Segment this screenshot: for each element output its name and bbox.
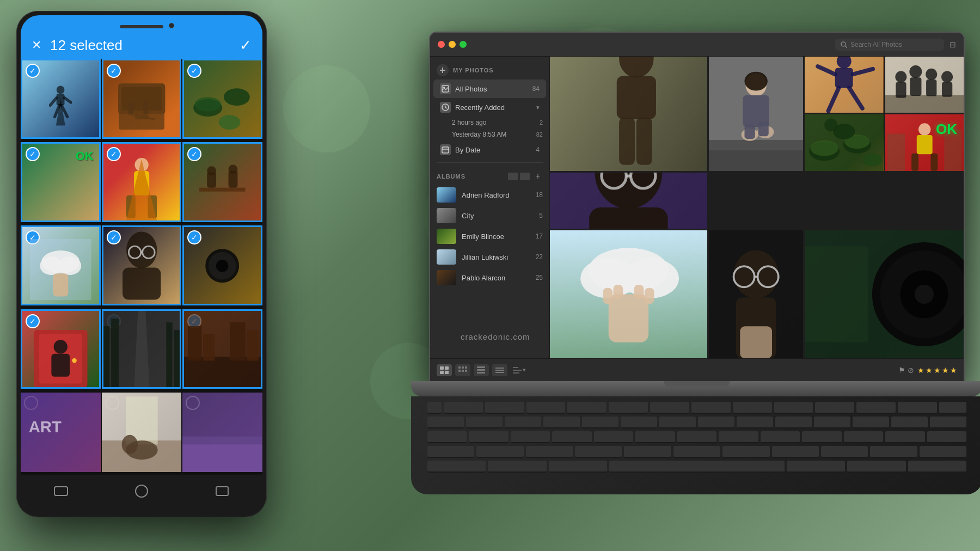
main-photo-2[interactable] bbox=[709, 57, 803, 171]
album-item-pablo[interactable]: Pablo Alarcon 25 bbox=[430, 267, 549, 288]
view-large-grid-button[interactable] bbox=[437, 364, 452, 376]
sort-button[interactable]: ▾ bbox=[513, 366, 526, 374]
phone-photo-13[interactable]: ART bbox=[21, 393, 101, 473]
recently-added-icon bbox=[440, 102, 451, 113]
main-photo-1[interactable] bbox=[550, 57, 707, 171]
by-date-icon bbox=[440, 144, 451, 155]
star-3[interactable]: ★ bbox=[934, 366, 941, 375]
search-bar[interactable] bbox=[835, 39, 944, 51]
search-input[interactable] bbox=[850, 41, 927, 48]
sidebar-item-all-photos[interactable]: All Photos 84 bbox=[433, 79, 546, 98]
svg-rect-7 bbox=[57, 94, 65, 106]
albums-grid-view-button[interactable] bbox=[520, 173, 530, 180]
album-item-jillian[interactable]: Jillian Lukiwski 22 bbox=[430, 247, 549, 267]
key bbox=[802, 431, 841, 443]
main-photo-10[interactable] bbox=[805, 230, 964, 358]
svg-rect-55 bbox=[111, 319, 119, 388]
star-2[interactable]: ★ bbox=[926, 366, 933, 375]
svg-line-79 bbox=[845, 46, 847, 48]
view-medium-grid-button[interactable] bbox=[455, 364, 470, 376]
main-photo-6[interactable]: OK bbox=[885, 114, 964, 170]
phone-photo-4[interactable]: ✓ OK bbox=[21, 142, 101, 222]
sidebar-sub-item-2hours[interactable]: 2 hours ago 2 bbox=[430, 117, 549, 128]
phone-device: ✕ 12 selected ✓ ✓ bbox=[16, 11, 278, 534]
key bbox=[870, 446, 917, 458]
phone-back-button[interactable] bbox=[50, 483, 72, 499]
maximize-button[interactable] bbox=[460, 41, 467, 48]
key-space bbox=[609, 461, 785, 473]
circle-object bbox=[203, 243, 241, 289]
key-enter-top bbox=[930, 417, 966, 428]
main-photo-4[interactable] bbox=[885, 57, 964, 113]
add-photos-button[interactable] bbox=[437, 64, 449, 76]
main-photo-7[interactable] bbox=[550, 173, 707, 229]
view-list-button[interactable] bbox=[492, 364, 507, 376]
filter-icon[interactable]: ⊟ bbox=[950, 40, 956, 49]
svg-point-22 bbox=[224, 88, 250, 106]
view-small-grid-button[interactable] bbox=[474, 364, 489, 376]
phone-close-icon[interactable]: ✕ bbox=[32, 38, 41, 52]
sidebar-item-by-date[interactable]: By Date 4 bbox=[433, 140, 546, 159]
phone-photo-8[interactable]: ✓ bbox=[102, 225, 182, 305]
phone-recents-button[interactable] bbox=[211, 483, 233, 499]
close-button[interactable] bbox=[438, 41, 445, 48]
svg-rect-111 bbox=[835, 68, 853, 88]
svg-rect-27 bbox=[126, 195, 136, 218]
phone-photo-3[interactable]: ✓ bbox=[182, 59, 262, 139]
sidebar-sub-item-yesterday[interactable]: Yesterday 8:53 AM 82 bbox=[430, 128, 549, 140]
star-4[interactable]: ★ bbox=[942, 366, 949, 375]
phone-photo-14[interactable] bbox=[102, 393, 182, 473]
phone-photo-11[interactable]: ✓ bbox=[102, 309, 182, 389]
minimize-button[interactable] bbox=[449, 41, 456, 48]
home-icon bbox=[134, 484, 149, 498]
add-album-button[interactable]: + bbox=[533, 172, 543, 181]
photo-9-check: ✓ bbox=[187, 230, 201, 244]
hand-cloud bbox=[30, 239, 91, 301]
phone-confirm-icon[interactable]: ✓ bbox=[240, 37, 252, 54]
svg-rect-75 bbox=[54, 487, 68, 495]
phone-photo-5[interactable]: ✓ bbox=[102, 142, 182, 222]
albums-list-view-button[interactable] bbox=[508, 173, 518, 180]
key-ctrl bbox=[427, 461, 486, 473]
phone-photo-7[interactable]: ✓ bbox=[21, 225, 101, 305]
field-silhouette bbox=[182, 393, 262, 473]
album-thumb-jillian bbox=[437, 249, 456, 265]
phone-photo-9[interactable]: ✓ bbox=[182, 225, 262, 305]
svg-rect-155 bbox=[645, 288, 654, 304]
flag-icon-2[interactable]: ⊘ bbox=[908, 366, 914, 375]
svg-point-23 bbox=[219, 115, 241, 130]
album-item-adrien[interactable]: Adrien Radford 18 bbox=[430, 185, 549, 205]
man-sitting-silhouette bbox=[550, 57, 707, 171]
star-5[interactable]: ★ bbox=[950, 366, 957, 375]
album-emily-name: Emily Blincoe bbox=[462, 232, 530, 241]
svg-line-8 bbox=[50, 98, 57, 106]
key-tab bbox=[427, 417, 464, 428]
sidebar-item-recently-added[interactable]: Recently Added ▾ bbox=[433, 98, 546, 117]
svg-rect-168 bbox=[805, 246, 868, 342]
main-photo-9[interactable] bbox=[709, 230, 803, 358]
calendar-icon bbox=[442, 146, 449, 154]
main-photo-3[interactable] bbox=[805, 57, 883, 113]
phone-photo-1[interactable]: ✓ bbox=[21, 59, 101, 139]
phone-photo-10[interactable]: ✓ bbox=[21, 309, 101, 389]
svg-line-9 bbox=[65, 98, 71, 102]
circular-dark-object bbox=[805, 230, 964, 358]
album-item-city[interactable]: City 5 bbox=[430, 205, 549, 226]
traffic-lights bbox=[438, 41, 467, 48]
phone-photo-15[interactable] bbox=[182, 393, 262, 473]
svg-point-76 bbox=[136, 485, 148, 497]
main-photo-8[interactable] bbox=[550, 230, 707, 358]
svg-point-50 bbox=[54, 340, 68, 353]
phone-photo-6[interactable]: ✓ bbox=[182, 142, 262, 222]
flag-icon-1[interactable]: ⚑ bbox=[898, 366, 905, 375]
key bbox=[511, 431, 550, 443]
phone-photo-2[interactable]: ✓ bbox=[102, 59, 182, 139]
album-adrien-name: Adrien Radford bbox=[462, 191, 530, 199]
phone-photo-12[interactable]: ✓ bbox=[182, 309, 262, 389]
app-toolbar: ⊟ bbox=[430, 33, 964, 57]
main-photo-5[interactable] bbox=[805, 114, 883, 170]
key bbox=[844, 431, 883, 443]
album-item-emily[interactable]: Emily Blincoe 17 bbox=[430, 226, 549, 247]
phone-home-button[interactable] bbox=[131, 483, 152, 499]
star-1[interactable]: ★ bbox=[917, 366, 924, 375]
